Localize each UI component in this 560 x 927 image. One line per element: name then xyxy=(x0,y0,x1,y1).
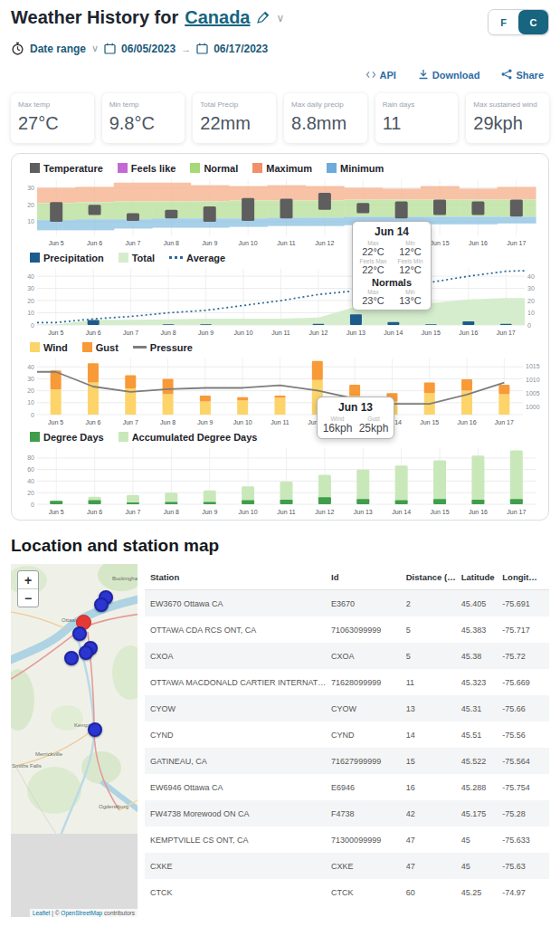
svg-text:Jun 9: Jun 9 xyxy=(197,419,213,425)
table-cell: 42 xyxy=(406,809,461,818)
wind-chart[interactable]: 0102030401000100510101015Jun 5Jun 6Jun 7… xyxy=(17,354,545,426)
legend-item[interactable]: Degree Days xyxy=(30,432,104,443)
table-cell: 71628099999 xyxy=(331,678,406,687)
precipitation-chart[interactable]: 010203040010203040Jun 5Jun 6Jun 7Jun 8Ju… xyxy=(17,264,545,337)
tooltip-subtitle: Normals xyxy=(356,277,427,288)
table-cell: -75.72 xyxy=(502,652,544,661)
column-header[interactable]: Station xyxy=(150,572,331,582)
api-link[interactable]: API xyxy=(365,70,396,81)
column-header[interactable]: Id xyxy=(331,572,406,582)
leaflet-link[interactable]: Leaflet xyxy=(33,910,51,916)
table-header: StationIdDistance (km)LatitudeLongitude xyxy=(145,564,549,590)
map-and-table: + − Leaflet | © OpenStreetMap contributo… xyxy=(0,564,560,917)
svg-text:Jun 11: Jun 11 xyxy=(271,419,289,425)
date-start[interactable]: 06/05/2023 xyxy=(121,43,176,55)
location-link[interactable]: Canada xyxy=(185,7,250,28)
table-row[interactable]: CTCKCTCK6045.25-74.97 xyxy=(145,879,549,905)
table-cell: 71063099999 xyxy=(331,626,406,635)
tooltip-title: Jun 13 xyxy=(321,399,390,415)
table-row[interactable]: OTTAWA MACDONALD CARTIER INTERNATIONAL, … xyxy=(145,669,549,695)
legend-item[interactable]: Pressure xyxy=(133,342,193,353)
table-row[interactable]: CYOWCYOW1345.31-75.66 xyxy=(145,695,549,722)
zoom-out-button[interactable]: − xyxy=(18,589,38,607)
svg-text:10: 10 xyxy=(27,218,34,225)
station-map[interactable]: + − Leaflet | © OpenStreetMap contributo… xyxy=(11,564,138,917)
table-cell: 45.175 xyxy=(461,809,503,818)
date-range-chevron-icon[interactable]: ∨ xyxy=(91,43,99,54)
column-header[interactable]: Distance (km) xyxy=(406,572,461,582)
table-cell: 45 xyxy=(461,862,503,871)
share-link[interactable]: Share xyxy=(501,69,544,81)
legend-label: Average xyxy=(186,253,225,263)
legend-item[interactable]: Accumulated Degree Days xyxy=(119,432,258,443)
osm-link[interactable]: OpenStreetMap xyxy=(61,910,102,916)
stat-value: 29kph xyxy=(473,113,542,134)
svg-text:Jun 16: Jun 16 xyxy=(459,330,478,336)
legend-item[interactable]: Wind xyxy=(30,342,68,353)
svg-text:Jun 11: Jun 11 xyxy=(271,330,290,336)
legend-item[interactable]: Precipitation xyxy=(30,253,104,263)
edit-pencil-icon[interactable] xyxy=(256,11,270,24)
svg-text:0: 0 xyxy=(527,322,531,329)
table-row[interactable]: KEMPTVILLE CS ONT, CA713000999994745-75.… xyxy=(145,827,549,853)
svg-text:0: 0 xyxy=(31,322,34,329)
chevron-down-icon[interactable]: ∨ xyxy=(276,12,284,24)
table-cell: CTCK xyxy=(331,888,406,897)
legend-item[interactable]: Average xyxy=(169,253,225,263)
legend-item[interactable]: Temperature xyxy=(30,163,103,174)
table-row[interactable]: FW4738 Morewood ON CAF47384245.175-75.28 xyxy=(145,800,549,827)
calendar-icon xyxy=(196,43,208,54)
celsius-button[interactable]: C xyxy=(518,10,548,34)
column-header[interactable]: Longitude xyxy=(502,572,544,582)
station-marker[interactable] xyxy=(72,626,87,641)
table-row[interactable]: OTTAWA CDA RCS ONT, CA71063099999545.383… xyxy=(145,616,549,643)
svg-text:Jun 16: Jun 16 xyxy=(458,419,477,425)
table-cell: 11 xyxy=(406,678,461,687)
legend-item[interactable]: Minimum xyxy=(327,163,384,174)
legend-item[interactable]: Feels like xyxy=(118,163,176,174)
svg-text:Jun 10: Jun 10 xyxy=(239,509,258,515)
table-row[interactable]: CXOACXOA545.38-75.72 xyxy=(145,643,549,669)
svg-text:0: 0 xyxy=(31,502,34,508)
station-marker[interactable] xyxy=(88,722,102,737)
svg-text:Jun 17: Jun 17 xyxy=(507,509,526,515)
fahrenheit-button[interactable]: F xyxy=(489,10,518,34)
stat-value: 11 xyxy=(383,113,451,134)
table-row[interactable]: GATINEAU, CA716279999991545.522-75.564 xyxy=(145,748,549,774)
zoom-in-button[interactable]: + xyxy=(18,571,38,589)
download-link[interactable]: Download xyxy=(418,69,480,81)
legend-item[interactable]: Normal xyxy=(190,163,238,174)
action-label: Download xyxy=(432,70,480,81)
date-range-label[interactable]: Date range xyxy=(30,43,86,55)
table-cell: 5 xyxy=(406,626,461,635)
table-cell: F4738 xyxy=(331,809,406,818)
svg-text:1005: 1005 xyxy=(526,390,540,397)
table-row[interactable]: CYNDCYND1445.51-75.56 xyxy=(145,722,549,748)
degree-days-chart[interactable]: 020406080Jun 5Jun 6Jun 7Jun 8Jun 9Jun 10… xyxy=(17,444,545,516)
svg-text:Jun 9: Jun 9 xyxy=(202,509,217,515)
svg-text:10: 10 xyxy=(27,399,34,406)
svg-text:0: 0 xyxy=(31,412,34,418)
legend-item[interactable]: Total xyxy=(119,253,155,263)
station-marker[interactable] xyxy=(64,651,79,665)
temperature-chart[interactable]: 102030Jun 5Jun 6Jun 7Jun 8Jun 9Jun 10Jun… xyxy=(17,175,545,247)
stat-value: 27°C xyxy=(18,113,87,134)
table-cell: -75.28 xyxy=(502,809,544,818)
date-end[interactable]: 06/17/2023 xyxy=(214,43,268,55)
station-marker[interactable] xyxy=(79,645,93,660)
svg-text:Jun 7: Jun 7 xyxy=(125,240,140,246)
table-row[interactable]: EW3670 Ottawa CAE3670245.405-75.691 xyxy=(145,590,549,616)
table-row[interactable]: EW6946 Ottawa CAE69461645.288-75.754 xyxy=(145,774,549,800)
legend-swatch xyxy=(118,163,128,173)
svg-text:30: 30 xyxy=(27,185,34,191)
svg-text:Jun 12: Jun 12 xyxy=(308,330,327,336)
stat-cards: Max temp27°CMin temp9.8°CTotal Precip22m… xyxy=(0,81,560,143)
svg-text:Jun 9: Jun 9 xyxy=(202,240,217,246)
table-cell: 2 xyxy=(406,599,461,608)
table-row[interactable]: CXKECXKE4745-75.63 xyxy=(145,853,549,879)
station-marker[interactable] xyxy=(94,597,109,612)
table-cell: 45.383 xyxy=(461,626,503,635)
legend-item[interactable]: Gust xyxy=(82,342,119,353)
legend-item[interactable]: Maximum xyxy=(252,163,312,174)
column-header[interactable]: Latitude xyxy=(461,572,503,582)
